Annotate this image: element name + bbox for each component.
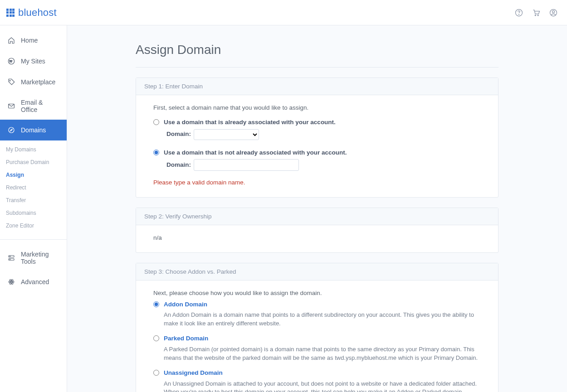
svg-point-2 bbox=[535, 15, 536, 15]
domain-label-2: Domain: bbox=[166, 160, 191, 169]
sidebar-item-email[interactable]: Email & Office bbox=[0, 92, 67, 120]
grid-icon bbox=[6, 9, 15, 17]
svg-rect-11 bbox=[9, 259, 14, 261]
panel-step1: Step 1: Enter Domain First, select a dom… bbox=[136, 77, 499, 198]
step2-title: Step 2: Verify Ownership bbox=[136, 208, 498, 225]
sidebar-item-label: Email & Office bbox=[21, 99, 59, 113]
server-icon bbox=[7, 254, 15, 262]
addon-domain-desc: An Addon Domain is a domain name that po… bbox=[164, 311, 481, 328]
radio-addon-domain[interactable] bbox=[153, 301, 159, 307]
atom-icon bbox=[7, 278, 15, 286]
home-icon bbox=[7, 36, 15, 44]
sidebar-item-home[interactable]: Home bbox=[0, 30, 67, 51]
mail-icon bbox=[7, 102, 15, 110]
sidebar-item-label: Marketplace bbox=[21, 78, 55, 86]
addon-domain-label: Addon Domain bbox=[164, 300, 481, 309]
unassigned-domain-desc: An Unassigned Domain is attached to your… bbox=[164, 380, 481, 392]
panel-step3: Step 3: Choose Addon vs. Parked Next, pl… bbox=[136, 263, 499, 392]
tag-icon bbox=[7, 78, 15, 86]
opt-associated-label: Use a domain that is already associated … bbox=[164, 118, 481, 127]
svg-point-12 bbox=[10, 256, 10, 256]
sidebar-divider bbox=[0, 239, 67, 240]
step3-intro: Next, please choose how you would like t… bbox=[153, 289, 481, 298]
main-content: Assign Domain Step 1: Enter Domain First… bbox=[67, 25, 567, 392]
sidebar-item-label: Marketing Tools bbox=[21, 251, 59, 265]
sidebar-item-domains[interactable]: Domains bbox=[0, 120, 67, 140]
radio-not-associated-domain[interactable] bbox=[153, 150, 159, 155]
sidebar-item-marketing[interactable]: Marketing Tools bbox=[0, 244, 67, 271]
cart-icon[interactable] bbox=[532, 8, 541, 17]
sidebar-item-label: Home bbox=[21, 37, 38, 44]
sidebar-item-marketplace[interactable]: Marketplace bbox=[0, 72, 67, 92]
step1-intro: First, select a domain name that you wou… bbox=[153, 103, 481, 112]
subnav-my-domains[interactable]: My Domains bbox=[6, 143, 67, 156]
parked-domain-desc: A Parked Domain (or pointed domain) is a… bbox=[164, 345, 481, 363]
step3-title: Step 3: Choose Addon vs. Parked bbox=[136, 263, 498, 281]
brand-text: bluehost bbox=[18, 7, 57, 19]
sidebar-item-label: My Sites bbox=[21, 58, 45, 65]
subnav-assign[interactable]: Assign bbox=[6, 169, 67, 181]
radio-unassigned-domain[interactable] bbox=[153, 370, 159, 376]
subnav-zone-editor[interactable]: Zone Editor bbox=[6, 219, 67, 232]
subnav-purchase-domain[interactable]: Purchase Domain bbox=[6, 156, 67, 169]
domain-label-1: Domain: bbox=[166, 130, 191, 139]
help-icon[interactable] bbox=[514, 8, 523, 17]
compass-icon bbox=[7, 126, 15, 134]
svg-point-3 bbox=[538, 15, 538, 15]
svg-point-5 bbox=[552, 10, 555, 13]
domain-input[interactable] bbox=[194, 159, 299, 171]
step1-error: Please type a valid domain name. bbox=[153, 178, 481, 187]
parked-domain-label: Parked Domain bbox=[164, 334, 481, 343]
sidebar-item-advanced[interactable]: Advanced bbox=[0, 271, 67, 292]
sidebar-item-label: Advanced bbox=[21, 278, 49, 286]
step1-title: Step 1: Enter Domain bbox=[136, 78, 498, 95]
wordpress-icon bbox=[7, 57, 15, 65]
brand-logo[interactable]: bluehost bbox=[6, 7, 57, 19]
unassigned-domain-label: Unassigned Domain bbox=[164, 368, 481, 377]
domains-subnav: My Domains Purchase Domain Assign Redire… bbox=[0, 140, 67, 237]
topbar: bluehost bbox=[0, 0, 567, 25]
panel-step2: Step 2: Verify Ownership n/a bbox=[136, 208, 499, 253]
subnav-redirect[interactable]: Redirect bbox=[6, 181, 67, 194]
radio-parked-domain[interactable] bbox=[153, 335, 159, 341]
svg-rect-10 bbox=[9, 256, 14, 257]
radio-associated-domain[interactable] bbox=[153, 119, 159, 125]
svg-point-7 bbox=[10, 80, 10, 81]
sidebar-item-mysites[interactable]: My Sites bbox=[0, 51, 67, 72]
title-divider bbox=[136, 67, 499, 68]
svg-point-17 bbox=[11, 281, 12, 282]
user-icon[interactable] bbox=[549, 8, 558, 17]
sidebar: Home My Sites Marketplace Email & Office bbox=[0, 25, 67, 392]
svg-point-1 bbox=[519, 14, 519, 15]
associated-domain-select[interactable] bbox=[194, 129, 259, 140]
svg-point-9 bbox=[9, 127, 14, 133]
svg-point-13 bbox=[10, 259, 10, 260]
opt-not-associated-label: Use a domain that is not already associa… bbox=[164, 148, 481, 157]
subnav-subdomains[interactable]: Subdomains bbox=[6, 207, 67, 219]
page-title: Assign Domain bbox=[136, 43, 499, 57]
sidebar-item-label: Domains bbox=[21, 126, 46, 134]
subnav-transfer[interactable]: Transfer bbox=[6, 194, 67, 207]
step2-body: n/a bbox=[153, 234, 162, 241]
